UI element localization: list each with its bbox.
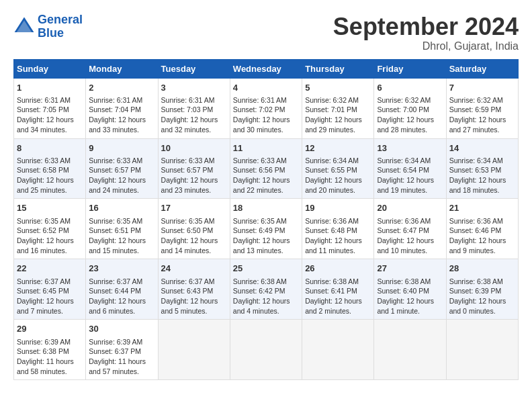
sunset-text: Sunset: 6:58 PM [17,166,69,174]
sunset-text: Sunset: 7:05 PM [17,105,69,113]
calendar-row-1: 1Sunrise: 6:31 AMSunset: 7:05 PMDaylight… [14,78,519,138]
calendar-cell: 9Sunrise: 6:33 AMSunset: 6:57 PMDaylight… [86,138,158,199]
sunset-text: Sunset: 6:45 PM [17,287,69,295]
daylight-text: Daylight: 12 hours and 5 minutes. [161,297,218,315]
daylight-text: Daylight: 12 hours and 32 minutes. [161,116,218,134]
daylight-text: Daylight: 12 hours and 20 minutes. [305,176,362,194]
sunrise-text: Sunrise: 6:31 AM [233,96,287,104]
calendar-title: September 2024 [333,13,519,40]
sunset-text: Sunset: 7:01 PM [305,105,357,113]
sunset-text: Sunset: 7:00 PM [377,105,429,113]
daylight-text: Daylight: 12 hours and 28 minutes. [377,116,434,134]
sunset-text: Sunset: 6:38 PM [17,347,69,355]
sunrise-text: Sunrise: 6:36 AM [449,217,503,225]
sunrise-text: Sunrise: 6:37 AM [161,277,215,285]
day-number: 2 [89,82,154,94]
calendar-cell: 8Sunrise: 6:33 AMSunset: 6:58 PMDaylight… [14,138,86,199]
calendar-cell: 27Sunrise: 6:38 AMSunset: 6:40 PMDayligh… [374,259,446,320]
col-thursday: Thursday [302,59,374,78]
calendar-cell: 18Sunrise: 6:35 AMSunset: 6:49 PMDayligh… [230,199,302,259]
sunset-text: Sunset: 6:37 PM [89,347,141,355]
calendar-cell: 1Sunrise: 6:31 AMSunset: 7:05 PMDaylight… [14,78,86,138]
calendar-cell: 14Sunrise: 6:34 AMSunset: 6:53 PMDayligh… [446,138,518,199]
daylight-text: Daylight: 12 hours and 13 minutes. [233,236,290,255]
sunset-text: Sunset: 6:50 PM [161,226,214,234]
sunset-text: Sunset: 6:57 PM [89,166,141,174]
calendar-cell: 19Sunrise: 6:36 AMSunset: 6:48 PMDayligh… [302,199,374,259]
daylight-text: Daylight: 12 hours and 27 minutes. [449,116,506,134]
daylight-text: Daylight: 12 hours and 29 minutes. [305,116,362,134]
sunrise-text: Sunrise: 6:35 AM [233,217,287,225]
sunrise-text: Sunrise: 6:32 AM [377,96,431,104]
daylight-text: Daylight: 12 hours and 2 minutes. [305,297,362,315]
day-number: 14 [449,142,515,154]
day-number: 3 [161,82,227,94]
calendar-cell: 22Sunrise: 6:37 AMSunset: 6:45 PMDayligh… [14,259,86,320]
sunset-text: Sunset: 6:53 PM [449,166,502,174]
sunset-text: Sunset: 6:52 PM [17,226,69,234]
day-number: 8 [17,142,83,154]
day-number: 27 [377,263,443,275]
sunset-text: Sunset: 6:54 PM [377,166,429,174]
sunrise-text: Sunrise: 6:35 AM [17,217,71,225]
sunset-text: Sunset: 6:49 PM [233,226,285,234]
sunrise-text: Sunrise: 6:32 AM [305,96,359,104]
day-number: 6 [377,82,443,94]
calendar-row-2: 8Sunrise: 6:33 AMSunset: 6:58 PMDaylight… [14,138,519,199]
daylight-text: Daylight: 12 hours and 4 minutes. [233,297,290,315]
sunrise-text: Sunrise: 6:39 AM [17,338,71,346]
calendar-cell: 29Sunrise: 6:39 AMSunset: 6:38 PMDayligh… [14,320,86,380]
calendar-cell: 11Sunrise: 6:33 AMSunset: 6:56 PMDayligh… [230,138,302,199]
col-tuesday: Tuesday [158,59,230,78]
calendar-table: Sunday Monday Tuesday Wednesday Thursday… [13,59,519,381]
daylight-text: Daylight: 12 hours and 1 minute. [377,297,434,315]
sunset-text: Sunset: 6:42 PM [233,287,285,295]
calendar-cell: 10Sunrise: 6:33 AMSunset: 6:57 PMDayligh… [158,138,230,199]
col-monday: Monday [86,59,158,78]
calendar-cell [374,320,446,380]
sunrise-text: Sunrise: 6:33 AM [233,156,287,165]
sunset-text: Sunset: 7:02 PM [233,105,285,113]
day-number: 20 [377,202,443,214]
sunset-text: Sunset: 6:57 PM [161,166,214,174]
page-container: General Blue September 2024 Dhrol, Gujar… [13,13,519,380]
calendar-cell: 20Sunrise: 6:36 AMSunset: 6:47 PMDayligh… [374,199,446,259]
day-number: 22 [17,263,83,275]
daylight-text: Daylight: 12 hours and 19 minutes. [377,176,434,194]
calendar-cell: 21Sunrise: 6:36 AMSunset: 6:46 PMDayligh… [446,199,518,259]
daylight-text: Daylight: 12 hours and 30 minutes. [233,116,290,134]
daylight-text: Daylight: 11 hours and 58 minutes. [17,357,74,375]
daylight-text: Daylight: 12 hours and 34 minutes. [17,116,74,134]
sunset-text: Sunset: 6:48 PM [305,226,357,234]
calendar-cell [230,320,302,380]
day-number: 28 [449,263,515,275]
sunrise-text: Sunrise: 6:37 AM [17,277,71,285]
calendar-subtitle: Dhrol, Gujarat, India [333,40,519,52]
sunset-text: Sunset: 6:55 PM [305,166,357,174]
day-number: 17 [161,202,227,214]
daylight-text: Daylight: 12 hours and 10 minutes. [377,236,434,255]
calendar-cell: 25Sunrise: 6:38 AMSunset: 6:42 PMDayligh… [230,259,302,320]
day-number: 29 [17,323,83,335]
sunrise-text: Sunrise: 6:36 AM [305,217,359,225]
daylight-text: Daylight: 12 hours and 15 minutes. [89,236,146,255]
sunset-text: Sunset: 6:46 PM [449,226,502,234]
sunrise-text: Sunrise: 6:33 AM [17,156,71,165]
sunrise-text: Sunrise: 6:36 AM [377,217,431,225]
day-number: 5 [305,82,371,94]
sunrise-text: Sunrise: 6:34 AM [305,156,359,165]
daylight-text: Daylight: 12 hours and 33 minutes. [89,116,146,134]
day-number: 4 [233,82,299,94]
col-saturday: Saturday [446,59,518,78]
sunset-text: Sunset: 6:59 PM [449,105,502,113]
sunrise-text: Sunrise: 6:38 AM [305,277,359,285]
sunrise-text: Sunrise: 6:32 AM [449,96,503,104]
sunrise-text: Sunrise: 6:39 AM [89,338,142,346]
daylight-text: Daylight: 11 hours and 57 minutes. [89,357,146,375]
day-number: 24 [161,263,227,275]
calendar-row-5: 29Sunrise: 6:39 AMSunset: 6:38 PMDayligh… [14,320,519,380]
sunset-text: Sunset: 6:40 PM [377,287,429,295]
day-number: 10 [161,142,227,154]
calendar-cell [302,320,374,380]
day-number: 19 [305,202,371,214]
